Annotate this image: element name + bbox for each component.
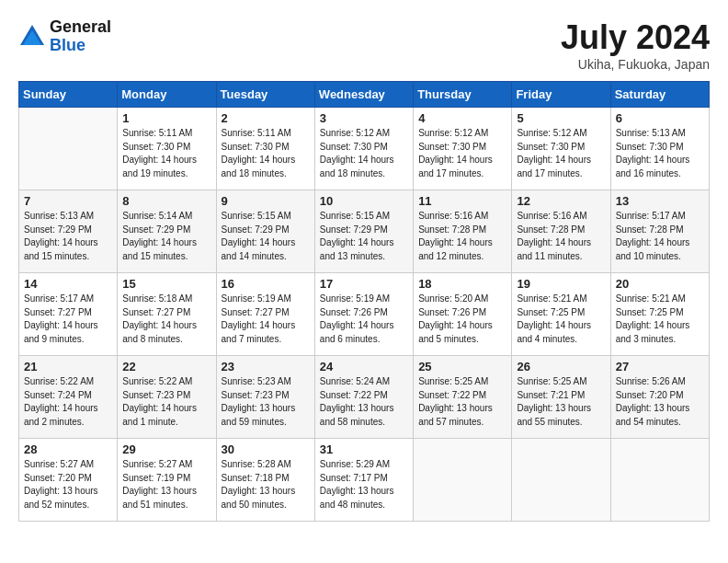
logo-icon bbox=[18, 23, 46, 51]
day-info: Sunrise: 5:16 AM Sunset: 7:28 PM Dayligh… bbox=[418, 210, 506, 263]
day-number: 9 bbox=[222, 194, 310, 208]
weekday-header-tuesday: Tuesday bbox=[216, 82, 314, 108]
day-info: Sunrise: 5:23 AM Sunset: 7:23 PM Dayligh… bbox=[222, 375, 310, 429]
calendar-day: 7Sunrise: 5:13 AM Sunset: 7:29 PM Daylig… bbox=[19, 190, 118, 273]
day-number: 8 bbox=[122, 194, 210, 208]
day-info: Sunrise: 5:27 AM Sunset: 7:20 PM Dayligh… bbox=[24, 458, 112, 511]
calendar-day: 16Sunrise: 5:19 AM Sunset: 7:27 PM Dayli… bbox=[216, 273, 314, 356]
day-info: Sunrise: 5:15 AM Sunset: 7:29 PM Dayligh… bbox=[222, 210, 310, 263]
day-info: Sunrise: 5:25 AM Sunset: 7:21 PM Dayligh… bbox=[517, 375, 605, 429]
day-info: Sunrise: 5:17 AM Sunset: 7:28 PM Dayligh… bbox=[616, 210, 704, 263]
logo-blue-text: Blue bbox=[50, 37, 111, 55]
logo: General Blue bbox=[18, 18, 111, 55]
day-info: Sunrise: 5:12 AM Sunset: 7:30 PM Dayligh… bbox=[418, 127, 506, 180]
day-number: 10 bbox=[320, 194, 408, 208]
calendar-day: 8Sunrise: 5:14 AM Sunset: 7:29 PM Daylig… bbox=[118, 190, 216, 273]
calendar-day: 25Sunrise: 5:25 AM Sunset: 7:22 PM Dayli… bbox=[414, 356, 512, 439]
calendar-week-row: 14Sunrise: 5:17 AM Sunset: 7:27 PM Dayli… bbox=[19, 273, 710, 356]
calendar-day: 31Sunrise: 5:29 AM Sunset: 7:17 PM Dayli… bbox=[314, 439, 413, 522]
calendar-day: 19Sunrise: 5:21 AM Sunset: 7:25 PM Dayli… bbox=[512, 273, 610, 356]
weekday-header-wednesday: Wednesday bbox=[314, 82, 413, 108]
calendar-day: 26Sunrise: 5:25 AM Sunset: 7:21 PM Dayli… bbox=[512, 356, 610, 439]
calendar-week-row: 21Sunrise: 5:22 AM Sunset: 7:24 PM Dayli… bbox=[19, 356, 710, 439]
calendar-day bbox=[19, 108, 118, 190]
day-number: 31 bbox=[320, 442, 408, 456]
calendar-day: 5Sunrise: 5:12 AM Sunset: 7:30 PM Daylig… bbox=[512, 108, 610, 190]
calendar-day: 13Sunrise: 5:17 AM Sunset: 7:28 PM Dayli… bbox=[610, 190, 709, 273]
day-info: Sunrise: 5:14 AM Sunset: 7:29 PM Dayligh… bbox=[122, 210, 210, 263]
calendar-day: 17Sunrise: 5:19 AM Sunset: 7:26 PM Dayli… bbox=[314, 273, 413, 356]
day-info: Sunrise: 5:17 AM Sunset: 7:27 PM Dayligh… bbox=[24, 293, 112, 346]
month-title: July 2024 bbox=[561, 18, 710, 57]
calendar-day: 6Sunrise: 5:13 AM Sunset: 7:30 PM Daylig… bbox=[610, 108, 709, 190]
weekday-header-friday: Friday bbox=[512, 82, 610, 108]
day-number: 4 bbox=[418, 111, 506, 125]
page-header: General Blue July 2024 Ukiha, Fukuoka, J… bbox=[18, 18, 710, 72]
calendar-day: 15Sunrise: 5:18 AM Sunset: 7:27 PM Dayli… bbox=[118, 273, 216, 356]
calendar-day: 20Sunrise: 5:21 AM Sunset: 7:25 PM Dayli… bbox=[610, 273, 709, 356]
day-number: 29 bbox=[122, 442, 210, 456]
calendar-day: 27Sunrise: 5:26 AM Sunset: 7:20 PM Dayli… bbox=[610, 356, 709, 439]
day-info: Sunrise: 5:11 AM Sunset: 7:30 PM Dayligh… bbox=[122, 127, 210, 180]
day-number: 24 bbox=[320, 360, 408, 373]
logo-general-text: General bbox=[50, 18, 111, 37]
calendar-day: 10Sunrise: 5:15 AM Sunset: 7:29 PM Dayli… bbox=[314, 190, 413, 273]
day-number: 17 bbox=[320, 277, 408, 291]
day-number: 13 bbox=[616, 194, 704, 208]
day-number: 27 bbox=[616, 360, 704, 373]
calendar-day: 11Sunrise: 5:16 AM Sunset: 7:28 PM Dayli… bbox=[414, 190, 512, 273]
calendar-day: 23Sunrise: 5:23 AM Sunset: 7:23 PM Dayli… bbox=[216, 356, 314, 439]
day-number: 16 bbox=[222, 277, 310, 291]
day-info: Sunrise: 5:13 AM Sunset: 7:29 PM Dayligh… bbox=[24, 210, 112, 263]
day-number: 14 bbox=[24, 277, 112, 291]
day-number: 18 bbox=[418, 277, 506, 291]
day-number: 5 bbox=[517, 111, 605, 125]
calendar-day: 24Sunrise: 5:24 AM Sunset: 7:22 PM Dayli… bbox=[314, 356, 413, 439]
day-number: 22 bbox=[122, 360, 210, 373]
day-number: 25 bbox=[418, 360, 506, 373]
calendar-day: 4Sunrise: 5:12 AM Sunset: 7:30 PM Daylig… bbox=[414, 108, 512, 190]
day-number: 15 bbox=[122, 277, 210, 291]
day-info: Sunrise: 5:19 AM Sunset: 7:27 PM Dayligh… bbox=[222, 293, 310, 346]
calendar-day: 1Sunrise: 5:11 AM Sunset: 7:30 PM Daylig… bbox=[118, 108, 216, 190]
day-info: Sunrise: 5:12 AM Sunset: 7:30 PM Dayligh… bbox=[517, 127, 605, 180]
logo-text: General Blue bbox=[50, 18, 111, 55]
day-info: Sunrise: 5:24 AM Sunset: 7:22 PM Dayligh… bbox=[320, 375, 408, 429]
day-info: Sunrise: 5:11 AM Sunset: 7:30 PM Dayligh… bbox=[222, 127, 310, 180]
calendar-day: 3Sunrise: 5:12 AM Sunset: 7:30 PM Daylig… bbox=[314, 108, 413, 190]
calendar-day bbox=[414, 439, 512, 522]
day-info: Sunrise: 5:26 AM Sunset: 7:20 PM Dayligh… bbox=[616, 375, 704, 429]
day-info: Sunrise: 5:20 AM Sunset: 7:26 PM Dayligh… bbox=[418, 293, 506, 346]
day-number: 6 bbox=[616, 111, 704, 125]
title-block: July 2024 Ukiha, Fukuoka, Japan bbox=[561, 18, 710, 72]
day-info: Sunrise: 5:27 AM Sunset: 7:19 PM Dayligh… bbox=[122, 458, 210, 511]
day-info: Sunrise: 5:18 AM Sunset: 7:27 PM Dayligh… bbox=[122, 293, 210, 346]
weekday-header-monday: Monday bbox=[118, 82, 216, 108]
calendar-table: SundayMondayTuesdayWednesdayThursdayFrid… bbox=[18, 81, 710, 522]
day-info: Sunrise: 5:19 AM Sunset: 7:26 PM Dayligh… bbox=[320, 293, 408, 346]
day-info: Sunrise: 5:22 AM Sunset: 7:24 PM Dayligh… bbox=[24, 375, 112, 429]
calendar-day: 18Sunrise: 5:20 AM Sunset: 7:26 PM Dayli… bbox=[414, 273, 512, 356]
day-number: 23 bbox=[222, 360, 310, 373]
day-info: Sunrise: 5:22 AM Sunset: 7:23 PM Dayligh… bbox=[122, 375, 210, 429]
calendar-day: 28Sunrise: 5:27 AM Sunset: 7:20 PM Dayli… bbox=[19, 439, 118, 522]
day-info: Sunrise: 5:15 AM Sunset: 7:29 PM Dayligh… bbox=[320, 210, 408, 263]
day-info: Sunrise: 5:13 AM Sunset: 7:30 PM Dayligh… bbox=[616, 127, 704, 180]
weekday-header-saturday: Saturday bbox=[610, 82, 709, 108]
calendar-day: 22Sunrise: 5:22 AM Sunset: 7:23 PM Dayli… bbox=[118, 356, 216, 439]
day-number: 3 bbox=[320, 111, 408, 125]
calendar-day bbox=[610, 439, 709, 522]
calendar-day: 29Sunrise: 5:27 AM Sunset: 7:19 PM Dayli… bbox=[118, 439, 216, 522]
calendar-day: 2Sunrise: 5:11 AM Sunset: 7:30 PM Daylig… bbox=[216, 108, 314, 190]
calendar-week-row: 28Sunrise: 5:27 AM Sunset: 7:20 PM Dayli… bbox=[19, 439, 710, 522]
calendar-day: 21Sunrise: 5:22 AM Sunset: 7:24 PM Dayli… bbox=[19, 356, 118, 439]
day-info: Sunrise: 5:28 AM Sunset: 7:18 PM Dayligh… bbox=[222, 458, 310, 511]
day-number: 11 bbox=[418, 194, 506, 208]
day-info: Sunrise: 5:25 AM Sunset: 7:22 PM Dayligh… bbox=[418, 375, 506, 429]
day-number: 26 bbox=[517, 360, 605, 373]
day-number: 12 bbox=[517, 194, 605, 208]
day-info: Sunrise: 5:29 AM Sunset: 7:17 PM Dayligh… bbox=[320, 458, 408, 511]
day-number: 21 bbox=[24, 360, 112, 373]
calendar-day: 30Sunrise: 5:28 AM Sunset: 7:18 PM Dayli… bbox=[216, 439, 314, 522]
day-number: 7 bbox=[24, 194, 112, 208]
